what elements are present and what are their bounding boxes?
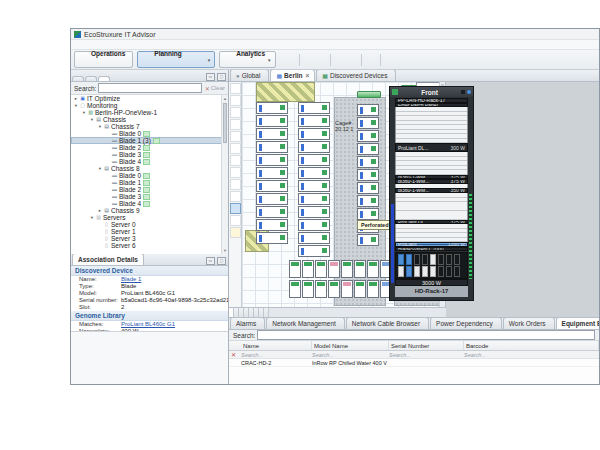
zoom-fit-icon[interactable] — [230, 119, 241, 130]
map-rack[interactable] — [256, 141, 288, 153]
tree-item[interactable]: ▬ Blade 3 — [71, 193, 222, 200]
tree-item[interactable]: ▬ Blade 2 — [71, 186, 222, 193]
map-rack[interactable] — [298, 128, 330, 140]
selection-icon[interactable] — [230, 215, 241, 226]
blade-slot[interactable] — [438, 266, 444, 277]
blade-chassis[interactable] — [395, 252, 468, 279]
map-rack[interactable] — [298, 141, 330, 153]
toolbar-icon[interactable] — [361, 54, 362, 66]
maximize-icon[interactable]: ▢ — [217, 73, 226, 81]
operations-button[interactable]: OperationsData Center — [74, 51, 133, 68]
column-header[interactable]: Name — [241, 341, 312, 350]
map-rack[interactable] — [357, 104, 379, 116]
tab-berlin[interactable]: ▦ Berlin × — [270, 70, 315, 81]
blade-slot[interactable] — [406, 266, 412, 277]
map-rack[interactable] — [298, 206, 330, 218]
tab-alarms[interactable]: Alarms — [230, 318, 265, 329]
floor-tile-rack[interactable] — [315, 280, 327, 298]
filter-cell[interactable]: Search... — [464, 352, 599, 358]
tree-item[interactable]: ▬ Blade 3 — [71, 151, 222, 158]
lock-icon[interactable] — [230, 191, 241, 202]
tab-navigation[interactable] — [72, 76, 84, 81]
map-rack[interactable] — [357, 234, 379, 246]
sync-db-icon[interactable] — [409, 55, 419, 65]
note-icon[interactable] — [230, 227, 241, 238]
floor-tile-rack[interactable] — [328, 260, 340, 278]
blade-slot[interactable] — [398, 266, 404, 277]
scroll-up-icon[interactable]: ▲ — [222, 95, 228, 102]
map-rack[interactable] — [256, 206, 288, 218]
map-rack[interactable] — [256, 102, 288, 114]
map-rack[interactable] — [298, 102, 330, 114]
scrollbar-thumb[interactable] — [223, 103, 227, 143]
overview-icon[interactable] — [230, 131, 241, 142]
map-rack[interactable] — [357, 208, 379, 220]
layers-icon[interactable] — [230, 143, 241, 154]
filter-cell[interactable]: Search... — [312, 352, 389, 358]
map-rack[interactable] — [256, 167, 288, 179]
blade-slot[interactable] — [446, 266, 452, 277]
tab-work-orders[interactable]: Work Orders — [503, 318, 555, 329]
tree-item[interactable]: ▬ Blade 4 — [71, 158, 222, 165]
map-rack[interactable] — [298, 245, 330, 257]
close-icon[interactable]: × — [306, 72, 310, 79]
clipboard-icon[interactable] — [230, 179, 241, 190]
cursor-icon[interactable] — [230, 203, 241, 214]
tree-item[interactable]: ▾ ▤ Chassis — [71, 116, 222, 123]
tree-item[interactable]: ▬ Blade 0 — [71, 130, 222, 137]
floor-tile-rack[interactable] — [367, 280, 379, 298]
map-rack[interactable] — [256, 154, 288, 166]
map-rack[interactable] — [298, 232, 330, 244]
blade-slot[interactable] — [454, 266, 460, 277]
tree-item[interactable]: ▯ Server 1 — [71, 228, 222, 235]
rack-unit[interactable]: ProLiant DL... 300 W — [395, 143, 468, 152]
tab-unassociated-devices[interactable] — [98, 76, 110, 81]
tab-discovered-devices-view[interactable]: ▦ Discovered Devices — [316, 70, 396, 81]
blade-slot[interactable] — [454, 254, 460, 265]
map-rack[interactable] — [357, 130, 379, 142]
map-rack[interactable] — [298, 193, 330, 205]
tab-network-cable-browser[interactable]: Network Cable Browser — [346, 318, 429, 329]
floor-tile-rack[interactable] — [341, 280, 353, 298]
export-db-icon[interactable] — [421, 55, 431, 65]
map-rack[interactable] — [298, 115, 330, 127]
tree-item[interactable]: ▾ ▤ Chassis 8 — [71, 165, 222, 172]
tree-item[interactable]: ▾ ▥ Servers — [71, 214, 222, 221]
floor-tile-rack[interactable] — [302, 260, 314, 278]
tree-item[interactable]: ▬ Blade 1 (3) — [71, 137, 222, 144]
floor-tile-rack[interactable] — [289, 260, 301, 278]
blade-slot[interactable] — [414, 266, 420, 277]
map-rack[interactable] — [298, 219, 330, 231]
toolbar-icon[interactable] — [330, 54, 331, 66]
map-rack[interactable] — [357, 169, 379, 181]
tab-genomes[interactable] — [85, 76, 97, 81]
floor-tile-rack[interactable] — [328, 280, 340, 298]
clear-button[interactable]: ✕Clear — [205, 85, 225, 92]
map-rack[interactable] — [256, 180, 288, 192]
map-rack[interactable] — [256, 219, 288, 231]
floor-tile-rack[interactable] — [354, 260, 366, 278]
scroll-down-icon[interactable]: ▼ — [222, 247, 228, 254]
pan-icon[interactable] — [230, 83, 241, 94]
map-rack[interactable] — [357, 182, 379, 194]
column-header[interactable]: Serial Number — [389, 341, 464, 350]
tree-item[interactable]: ▸ ▤ Chassis 9 — [71, 207, 222, 214]
tab-association-details[interactable]: Association Details — [72, 254, 144, 265]
rack-unit[interactable] — [395, 152, 468, 175]
blade-slot[interactable] — [422, 254, 428, 265]
map-rack[interactable] — [298, 167, 330, 179]
floor-tile-rack[interactable] — [341, 260, 353, 278]
clear-filter-icon[interactable]: ✕ — [231, 351, 236, 358]
tab-equipment-browser[interactable]: Equipment Browser× — [556, 318, 599, 329]
minimize-icon[interactable]: ▭ — [206, 257, 215, 265]
map-rack[interactable] — [357, 117, 379, 129]
map-rack[interactable] — [357, 143, 379, 155]
toolbar-icon[interactable] — [299, 54, 300, 66]
table-row[interactable]: CRAC-HD-2 InRow RP Chilled Water 400 V — [229, 359, 599, 367]
floor-tile-rack[interactable] — [289, 280, 301, 298]
panel-menu-icon[interactable] — [461, 90, 465, 94]
tools-icon[interactable] — [385, 55, 395, 65]
tab-power-dependency[interactable]: Power Dependency — [430, 318, 502, 329]
tree-item[interactable]: ▬ Blade 1 — [71, 179, 222, 186]
floor-tile-rack[interactable] — [315, 260, 327, 278]
